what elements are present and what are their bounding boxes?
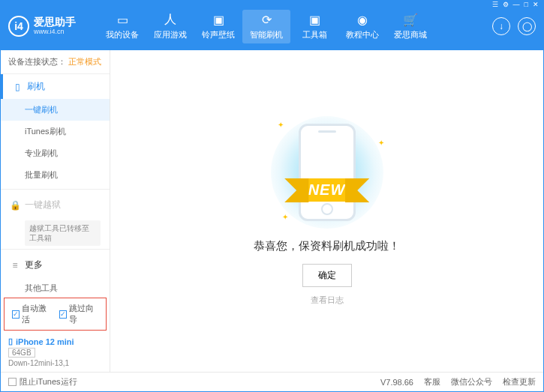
- apps-icon: 人: [163, 13, 178, 28]
- nav-smart-flash[interactable]: ⟳智能刷机: [242, 10, 290, 43]
- app-name: 爱思助手: [34, 16, 76, 28]
- logo: i4 爱思助手 www.i4.cn: [8, 16, 98, 37]
- sidebar-group-jailbreak[interactable]: 🔒一键越狱: [1, 193, 110, 217]
- nav-store[interactable]: 🛒爱思商城: [386, 10, 434, 43]
- customer-service-link[interactable]: 客服: [424, 376, 440, 388]
- cart-icon: 🛒: [403, 13, 418, 28]
- menu-icon: ≡: [10, 260, 20, 271]
- nav-apps-games[interactable]: 人应用游戏: [146, 10, 194, 43]
- nav-tutorial[interactable]: ◉教程中心: [338, 10, 386, 43]
- folder-icon: ▣: [211, 13, 226, 28]
- block-itunes-checkbox[interactable]: 阻止iTunes运行: [8, 376, 77, 388]
- header: i4 爱思助手 www.i4.cn ▭我的设备 人应用游戏 ▣铃声壁纸 ⟳智能刷…: [1, 8, 543, 50]
- win-btn-1[interactable]: ☰: [492, 1, 498, 8]
- lock-icon: 🔒: [10, 200, 20, 211]
- check-update-link[interactable]: 检查更新: [503, 376, 536, 388]
- window-controls: ☰ ⚙ — □ ✕: [1, 1, 543, 8]
- sidebar-item-pro-flash[interactable]: 专业刷机: [1, 142, 110, 164]
- options-highlight-box: ✓自动激活 ✓跳过向导: [4, 298, 107, 331]
- sidebar-item-batch-flash[interactable]: 批量刷机: [1, 164, 110, 186]
- minimize-icon[interactable]: —: [513, 1, 520, 8]
- logo-icon: i4: [8, 16, 29, 37]
- sidebar-group-flash[interactable]: ▯刷机: [1, 74, 110, 99]
- sidebar: 设备连接状态： 正常模式 ▯刷机 一键刷机 iTunes刷机 专业刷机 批量刷机…: [1, 50, 110, 372]
- user-button[interactable]: ◯: [518, 17, 536, 35]
- version-label: V7.98.66: [380, 378, 413, 387]
- device-icon: ▯: [8, 337, 13, 346]
- sidebar-item-itunes-flash[interactable]: iTunes刷机: [1, 121, 110, 142]
- sidebar-item-one-click-flash[interactable]: 一键刷机: [1, 99, 110, 121]
- app-url: www.i4.cn: [34, 28, 76, 36]
- success-message: 恭喜您，保资料刷机成功啦！: [254, 239, 400, 253]
- phone-graphic: [299, 124, 356, 221]
- nav-my-device[interactable]: ▭我的设备: [98, 10, 146, 43]
- device-firmware: Down-12mini-13,1: [8, 359, 102, 367]
- body: 设备连接状态： 正常模式 ▯刷机 一键刷机 iTunes刷机 专业刷机 批量刷机…: [1, 50, 543, 372]
- jailbreak-note: 越狱工具已转移至工具箱: [25, 220, 101, 246]
- skip-guide-checkbox[interactable]: ✓跳过向导: [59, 303, 99, 325]
- win-btn-2[interactable]: ⚙: [503, 1, 509, 8]
- device-capacity: 64GB: [8, 348, 35, 358]
- view-log-link[interactable]: 查看日志: [311, 295, 344, 306]
- refresh-icon: ⟳: [259, 13, 274, 28]
- tutorial-icon: ◉: [355, 13, 370, 28]
- success-illustration: ✦ ✦ ✦ NEW: [260, 116, 395, 229]
- phone-icon: ▯: [12, 82, 23, 92]
- phone-icon: ▭: [115, 13, 130, 28]
- sidebar-group-more[interactable]: ≡更多: [1, 253, 110, 277]
- new-ribbon: NEW: [298, 178, 356, 202]
- app-window: ☰ ⚙ — □ ✕ i4 爱思助手 www.i4.cn ▭我的设备 人应用游戏 …: [0, 0, 544, 392]
- connection-status: 设备连接状态： 正常模式: [1, 50, 110, 74]
- main-content: ✦ ✦ ✦ NEW 恭喜您，保资料刷机成功啦！ 确定 查看日志: [110, 50, 543, 372]
- sidebar-nav: ▯刷机 一键刷机 iTunes刷机 专业刷机 批量刷机 🔒一键越狱 越狱工具已转…: [1, 74, 110, 296]
- maximize-icon[interactable]: □: [524, 1, 528, 8]
- nav-ringtones[interactable]: ▣铃声壁纸: [194, 10, 242, 43]
- header-actions: ↓ ◯: [492, 17, 536, 35]
- wechat-link[interactable]: 微信公众号: [451, 376, 492, 388]
- confirm-button[interactable]: 确定: [302, 264, 352, 287]
- toolbox-icon: ▣: [307, 13, 322, 28]
- sidebar-item-other-tools[interactable]: 其他工具: [1, 277, 110, 296]
- close-icon[interactable]: ✕: [533, 1, 539, 8]
- auto-activate-checkbox[interactable]: ✓自动激活: [12, 303, 52, 325]
- status-value: 正常模式: [68, 57, 101, 66]
- top-nav: ▭我的设备 人应用游戏 ▣铃声壁纸 ⟳智能刷机 ▣工具箱 ◉教程中心 🛒爱思商城: [98, 10, 492, 43]
- nav-toolbox[interactable]: ▣工具箱: [290, 10, 338, 43]
- connected-device[interactable]: ▯iPhone 12 mini 64GB Down-12mini-13,1: [1, 332, 110, 372]
- download-button[interactable]: ↓: [492, 17, 510, 35]
- footer: 阻止iTunes运行 V7.98.66 客服 微信公众号 检查更新: [1, 372, 543, 391]
